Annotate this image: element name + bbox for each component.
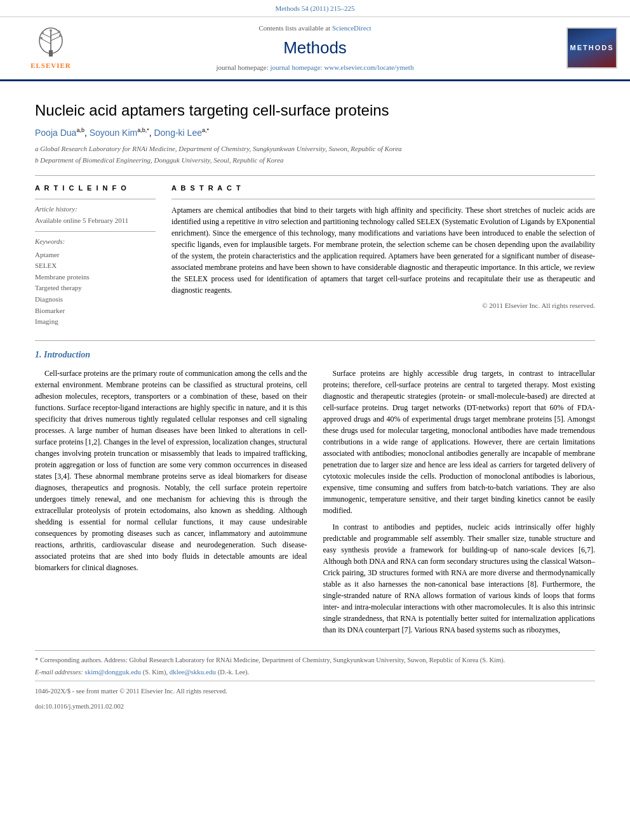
author-dongki-sup: a,* <box>202 127 209 133</box>
available-online: Available online 5 February 2011 <box>35 216 156 226</box>
keyword-aptamer: Aptamer <box>35 250 156 261</box>
keywords-label: Keywords: <box>35 237 156 247</box>
author-dongki: Dong-ki Lee <box>154 128 202 138</box>
keyword-selex: SELEX <box>35 260 156 272</box>
elsevier-logo-area: ELSEVIER <box>13 25 89 71</box>
article-title: Nucleic acid aptamers targeting cell-sur… <box>35 100 595 120</box>
intro-heading: 1. Introduction <box>35 349 595 361</box>
keyword-membrane: Membrane proteins <box>35 272 156 283</box>
homepage-url[interactable]: journal homepage: www.elsevier.com/locat… <box>270 63 413 71</box>
contents-label: Contents lists available at <box>258 24 330 32</box>
divider-abstract <box>171 199 595 199</box>
methods-logo-area: METHODS <box>541 27 617 69</box>
keyword-biomarker: Biomarker <box>35 305 156 317</box>
contents-line: Contents lists available at ScienceDirec… <box>89 23 541 34</box>
homepage-label: journal homepage: <box>217 63 271 71</box>
journal-header: ELSEVIER Contents lists available at Sci… <box>0 17 630 81</box>
intro-left-col: Cell-surface proteins are the primary ro… <box>35 368 307 641</box>
svg-point-7 <box>40 37 43 39</box>
copyright-line: © 2011 Elsevier Inc. All rights reserved… <box>171 301 595 311</box>
issn-line: 1046-202X/$ - see front matter © 2011 El… <box>35 686 595 696</box>
main-content: Nucleic acid aptamers targeting cell-sur… <box>0 81 630 730</box>
elsevier-logo: ELSEVIER <box>13 25 89 71</box>
article-info-label: A R T I C L E I N F O <box>35 183 156 194</box>
abstract-text: Aptamers are chemical antibodies that bi… <box>171 204 595 296</box>
svg-line-4 <box>51 36 60 41</box>
svg-point-10 <box>58 30 60 33</box>
elsevier-tree-icon <box>29 25 73 60</box>
footnote-divider <box>35 681 595 681</box>
svg-line-3 <box>41 39 51 44</box>
intro-two-col: Cell-surface proteins are the primary ro… <box>35 368 595 641</box>
svg-point-9 <box>41 32 44 34</box>
divider-info <box>35 199 156 199</box>
svg-line-5 <box>43 34 51 37</box>
author-sep1: , <box>84 128 90 138</box>
keyword-diagnosis: Diagnosis <box>35 294 156 305</box>
info-abstract-section: A R T I C L E I N F O Article history: A… <box>35 183 595 328</box>
intro-right-col: Surface proteins are highly accessible d… <box>323 368 596 641</box>
author-soyoun: Soyoun Kim <box>90 128 137 138</box>
top-bar: Methods 54 (2011) 215–225 <box>0 0 630 17</box>
email-line: E-mail addresses: skim@dongguk.edu (S. K… <box>35 667 595 677</box>
intro-left-p1: Cell-surface proteins are the primary ro… <box>35 368 307 573</box>
divider-keywords <box>35 231 156 232</box>
journal-title: Methods <box>89 36 541 60</box>
abstract-label: A B S T R A C T <box>171 183 595 194</box>
intro-right-p2: In contrast to antibodies and peptides, … <box>323 521 596 636</box>
sciencedirect-link[interactable]: ScienceDirect <box>332 24 372 32</box>
journal-homepage: journal homepage: journal homepage: www.… <box>89 63 541 73</box>
journal-citation: Methods 54 (2011) 215–225 <box>275 4 354 12</box>
methods-brand-text: METHODS <box>570 43 614 53</box>
affiliation-a: a Global Research Laboratory for RNAi Me… <box>35 144 595 154</box>
doi-line: doi:10.1016/j.ymeth.2011.02.002 <box>35 702 595 711</box>
introduction-section: 1. Introduction Cell-surface proteins ar… <box>35 349 595 641</box>
divider-1 <box>35 175 595 176</box>
keyword-imaging: Imaging <box>35 316 156 328</box>
svg-line-6 <box>51 32 59 36</box>
authors-line: Pooja Duaa,b, Soyoun Kima,b,*, Dong-ki L… <box>35 126 595 139</box>
author-pooja-sup: a,b <box>76 127 84 133</box>
author-soyoun-sup: a,b,* <box>137 127 149 133</box>
email-lee[interactable]: dklee@skku.edu <box>170 668 216 676</box>
footnotes-area: * Corresponding authors. Address: Global… <box>35 650 595 711</box>
abstract-col: A B S T R A C T Aptamers are chemical an… <box>171 183 595 328</box>
keyword-targeted: Targeted therapy <box>35 283 156 294</box>
history-label: Article history: <box>35 204 156 215</box>
author-pooja: Pooja Dua <box>35 128 76 138</box>
page: Methods 54 (2011) 215–225 <box>0 0 630 840</box>
elsevier-brand-text: ELSEVIER <box>30 61 71 71</box>
svg-point-11 <box>50 29 52 32</box>
email-kim[interactable]: skim@dongguk.edu <box>84 668 141 676</box>
article-info-col: A R T I C L E I N F O Article history: A… <box>35 183 156 328</box>
affiliations: a Global Research Laboratory for RNAi Me… <box>35 144 595 166</box>
keywords-list: Aptamer SELEX Membrane proteins Targeted… <box>35 250 156 328</box>
affiliation-b: b Department of Biomedical Engineering, … <box>35 156 595 166</box>
intro-right-p1: Surface proteins are highly accessible d… <box>323 368 596 516</box>
corresponding-note: * Corresponding authors. Address: Global… <box>35 656 595 665</box>
journal-header-center: Contents lists available at ScienceDirec… <box>89 23 541 73</box>
svg-point-8 <box>59 34 62 37</box>
methods-logo: METHODS <box>566 27 617 69</box>
divider-2 <box>35 340 595 341</box>
